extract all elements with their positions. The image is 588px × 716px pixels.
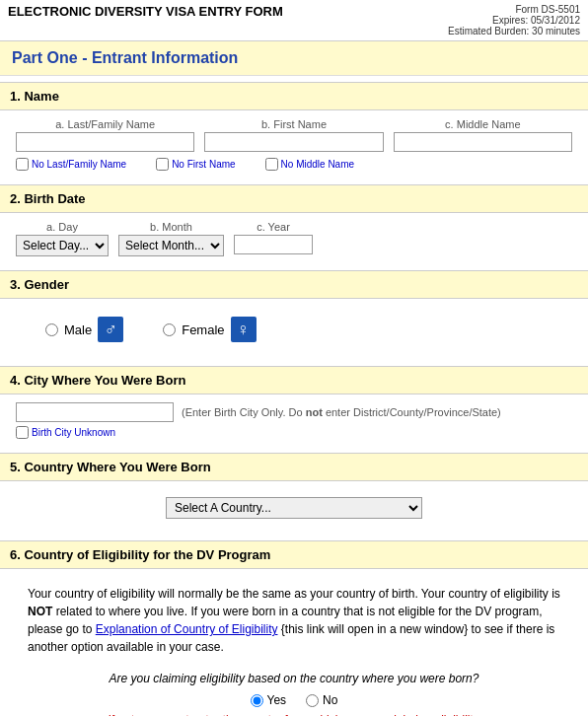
- year-input[interactable]: [234, 235, 313, 254]
- section-birth-city-content: (Enter Birth City Only. Do not enter Dis…: [0, 394, 588, 447]
- form-info: Form DS-5501 Expires: 05/31/2012 Estimat…: [448, 4, 580, 36]
- name-checkbox-row: No Last/Family Name No First Name No Mid…: [16, 158, 572, 171]
- page-title: Part One - Entrant Information: [0, 41, 588, 76]
- birth-city-row: (Enter Birth City Only. Do not enter Dis…: [16, 402, 572, 422]
- first-name-label: b. First Name: [204, 118, 383, 130]
- male-icon: ♂: [98, 317, 123, 342]
- birth-country-select-wrap: Select A Country...: [16, 489, 572, 527]
- male-radio[interactable]: [45, 323, 58, 336]
- month-group: b. Month Select Month... JanuaryFebruary…: [118, 221, 224, 256]
- no-middle-name-checkbox[interactable]: [265, 158, 278, 171]
- birth-city-hint: (Enter Birth City Only. Do not enter Dis…: [182, 406, 501, 418]
- no-first-name-checkbox[interactable]: [156, 158, 169, 171]
- section-birth-country-header: 5. Country Where You Were Born: [0, 453, 588, 481]
- last-name-label: a. Last/Family Name: [16, 118, 194, 130]
- no-option[interactable]: No: [306, 693, 337, 707]
- day-group: a. Day Select Day... 12345 678910 111213…: [16, 221, 109, 256]
- section-birth-city-header: 4. City Where You Were Born: [0, 366, 588, 394]
- name-fields-row: a. Last/Family Name b. First Name c. Mid…: [16, 118, 572, 152]
- female-label: Female: [182, 322, 224, 337]
- birth-city-unknown-checkbox[interactable]: [16, 426, 29, 439]
- no-middle-name-label[interactable]: No Middle Name: [265, 158, 354, 171]
- form-number: Form DS-5501: [448, 4, 580, 15]
- section-birth-country-content: Select A Country...: [0, 481, 588, 535]
- year-label: c. Year: [257, 221, 290, 233]
- month-select[interactable]: Select Month... JanuaryFebruaryMarchApri…: [118, 235, 224, 256]
- first-name-input[interactable]: [204, 132, 383, 152]
- middle-name-input[interactable]: [394, 132, 572, 152]
- first-name-group: b. First Name: [204, 118, 383, 152]
- section-eligibility-header: 6. Country of Eligibility for the DV Pro…: [0, 540, 588, 569]
- eligibility-radio-row: Yes No: [16, 693, 572, 707]
- birth-country-select[interactable]: Select A Country...: [166, 497, 422, 519]
- yes-option[interactable]: Yes: [251, 693, 287, 707]
- section-eligibility-content: Your country of eligibility will normall…: [0, 569, 588, 716]
- yes-radio[interactable]: [251, 694, 263, 707]
- eligibility-link[interactable]: Explanation of Country of Eligibility: [96, 622, 278, 636]
- female-option: Female ♀: [163, 317, 256, 342]
- year-group: c. Year: [234, 221, 313, 254]
- birth-city-input[interactable]: [16, 402, 174, 422]
- yes-label: Yes: [267, 693, 287, 707]
- month-label: b. Month: [150, 221, 192, 233]
- section-gender-content: Male ♂ Female ♀: [0, 299, 588, 360]
- no-last-name-checkbox[interactable]: [16, 158, 29, 171]
- eligibility-question: Are you claiming eligibility based on th…: [16, 672, 572, 685]
- section-name-content: a. Last/Family Name b. First Name c. Mid…: [0, 110, 588, 179]
- section-birthdate-header: 2. Birth Date: [0, 184, 588, 213]
- no-last-name-label[interactable]: No Last/Family Name: [16, 158, 126, 171]
- female-radio[interactable]: [163, 323, 176, 336]
- day-label: a. Day: [46, 221, 78, 233]
- form-expires: Expires: 05/31/2012: [448, 15, 580, 26]
- birth-city-unknown-label[interactable]: Birth City Unknown: [16, 426, 572, 439]
- male-option: Male ♂: [45, 317, 123, 342]
- day-select[interactable]: Select Day... 12345 678910 1112131415 16…: [16, 235, 109, 256]
- female-icon: ♀: [231, 317, 257, 342]
- birth-date-row: a. Day Select Day... 12345 678910 111213…: [16, 221, 572, 256]
- section-name-header: 1. Name: [0, 82, 588, 110]
- header: ELECTRONIC DIVERSITY VISA ENTRY FORM For…: [0, 0, 588, 41]
- middle-name-label: c. Middle Name: [394, 118, 572, 130]
- gender-row: Male ♂ Female ♀: [16, 307, 572, 352]
- section-gender-header: 3. Gender: [0, 270, 588, 299]
- last-name-group: a. Last/Family Name: [16, 118, 194, 152]
- no-radio[interactable]: [306, 694, 319, 707]
- form-title: ELECTRONIC DIVERSITY VISA ENTRY FORM: [8, 4, 283, 19]
- form-burden: Estimated Burden: 30 minutes: [448, 26, 580, 36]
- no-first-name-label[interactable]: No First Name: [156, 158, 235, 171]
- no-label: No: [323, 693, 337, 707]
- eligibility-text: Your country of eligibility will normall…: [16, 577, 572, 664]
- last-name-input[interactable]: [16, 132, 194, 152]
- section-birthdate-content: a. Day Select Day... 12345 678910 111213…: [0, 213, 588, 264]
- middle-name-group: c. Middle Name: [394, 118, 572, 152]
- male-label: Male: [64, 322, 92, 337]
